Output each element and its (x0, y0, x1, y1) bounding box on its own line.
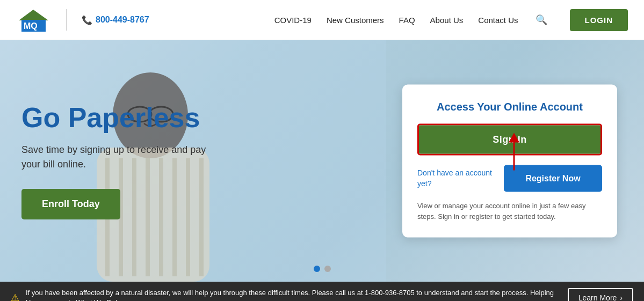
slider-dots (314, 266, 331, 272)
warning-icon: ⚠ (11, 292, 19, 301)
disaster-banner: ⚠ If you have been affected by a natural… (0, 282, 644, 301)
main-nav: COVID-19 New Customers FAQ About Us Cont… (274, 9, 628, 31)
learn-more-label: Learn More (578, 293, 617, 301)
red-arrow-icon (506, 133, 522, 176)
search-button[interactable]: 🔍 (533, 12, 549, 28)
account-card: Access Your Online Account Sign In Don't… (402, 85, 617, 238)
card-middle: Don't have an account yet? Register Now (417, 165, 602, 192)
svg-marker-18 (509, 133, 519, 143)
header: MQ 📞 800-449-8767 COVID-19 New Customers… (0, 0, 644, 40)
logo-area: MQ 📞 800-449-8767 (16, 5, 149, 35)
hero-subtitle: Save time by signing up to receive and p… (21, 143, 226, 172)
login-button[interactable]: LOGIN (570, 9, 628, 31)
account-card-description: View or manage your account online in ju… (417, 201, 602, 222)
nav-contact-us[interactable]: Contact Us (478, 16, 518, 25)
disaster-text: If you have been affected by a natural d… (26, 288, 561, 301)
phone-icon: 📞 (82, 15, 92, 25)
learn-more-button[interactable]: Learn More › (568, 288, 633, 301)
search-icon: 🔍 (536, 14, 547, 25)
svg-marker-0 (19, 10, 48, 20)
logo[interactable]: MQ (16, 5, 51, 35)
nav-covid[interactable]: COVID-19 (274, 16, 312, 25)
hero-section: Go Paperless Save time by signing up to … (0, 40, 644, 282)
dot-1[interactable] (314, 266, 320, 272)
nav-about-us[interactable]: About Us (430, 16, 464, 25)
svg-text:MQ: MQ (24, 21, 38, 31)
account-card-title: Access Your Online Account (417, 101, 602, 113)
nav-faq[interactable]: FAQ (399, 16, 415, 25)
dont-have-account-link[interactable]: Don't have an account yet? (417, 168, 496, 189)
nav-new-customers[interactable]: New Customers (327, 16, 384, 25)
phone-area: 📞 800-449-8767 (82, 15, 149, 25)
phone-number: 800-449-8767 (96, 15, 149, 25)
header-divider (66, 9, 67, 31)
enroll-today-button[interactable]: Enroll Today (21, 189, 120, 219)
chevron-right-icon: › (620, 293, 623, 301)
dot-2[interactable] (324, 266, 331, 272)
